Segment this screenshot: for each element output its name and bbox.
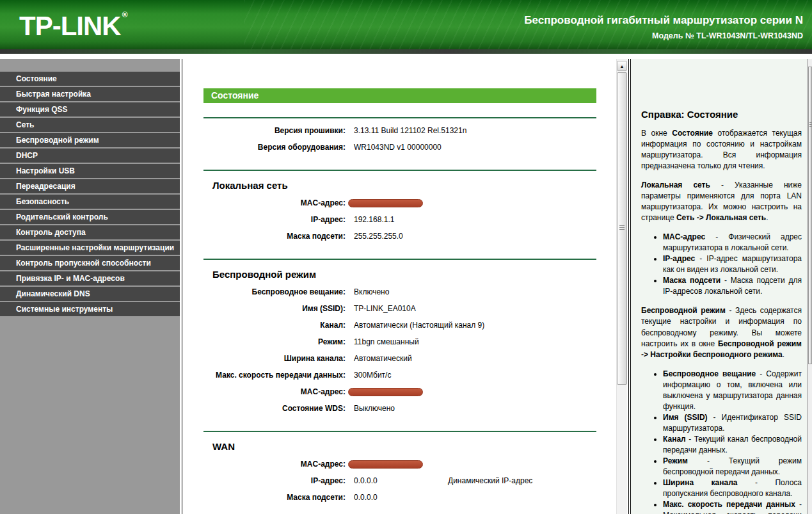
page-body: СостояниеБыстрая настройкаФункция QSSСет… [0,59,812,514]
status-row: Имя (SSID):TP-LINK_EA010A [203,300,596,317]
sidebar-item[interactable]: Быстрая настройка [0,87,180,101]
status-row: Маска подсети:255.255.255.0 [203,228,596,245]
scrollbar-up-button[interactable]: ▲ [617,61,627,71]
row-label: Макс. скорость передачи данных: [203,371,346,380]
sidebar-top-band [0,59,180,72]
row-label: Версия оборудования: [203,143,346,152]
help-bullet: Маска подсети - Маска подсети для IP-адр… [663,275,802,297]
row-value: 3.13.11 Build 121102 Rel.51321n [354,126,466,135]
row-value: TP-LINK_EA010A [354,304,448,313]
sidebar-item-label: Контроль доступа [16,228,86,237]
sidebar-item-label: Безопасность [16,197,69,206]
sidebar-item[interactable]: Динамический DNS [0,287,180,301]
section-separator [203,431,596,432]
main-area: Состояние Версия прошивки:3.13.11 Build … [182,59,629,514]
sidebar-item-label: Родительский контроль [16,213,108,221]
row-label: Состояние WDS: [203,404,346,413]
sidebar-item[interactable]: Привязка IP- и MAC-адресов [0,271,180,285]
row-label: IP-адрес: [203,215,346,224]
help-scrollbar-thumb[interactable] [808,67,812,364]
redacted-mac-bar [348,199,423,207]
header-product-info: Беспроводной гигабитный маршрутизатор се… [524,14,803,40]
up-arrow-icon: ▲ [620,64,625,68]
help-bullet-term: Канал [663,435,686,444]
row-label: Канал: [203,321,346,330]
help-title: Справка: Состояние [641,109,802,120]
row-value: 255.255.255.0 [354,232,448,241]
row-value: 0.0.0.0 [354,476,448,485]
help-bullet: Имя (SSID) - Идентификатор SSID маршрути… [663,412,802,434]
help-panel: Справка: Состояние В окне Состояние отоб… [630,59,812,514]
status-row: Канал:Автоматически (Настоящий канал 9) [203,317,596,333]
sidebar-item-label: Системные инструменты [16,305,113,314]
row-label: Маска подсети: [203,232,346,241]
status-section: Локальная сетьMAC-адрес:IP-адрес:192.168… [203,170,596,245]
section-heading: Локальная сеть [212,180,596,191]
section-rows: Версия прошивки:3.13.11 Build 121102 Rel… [203,122,596,156]
section-heading: WAN [212,441,596,452]
sidebar-item-label: Переадресация [16,182,76,191]
model-line: Модель № TL-WR1043N/TL-WR1043ND [524,31,803,40]
sidebar-item[interactable]: Безопасность [0,195,180,209]
status-row: Состояние WDS:Выключено [203,400,596,417]
row-value: Выключено [354,404,448,413]
help-wireless-paragraph: Беспроводной режим - Здесь содержатся те… [641,305,802,360]
section-separator [203,170,596,171]
row-value: 0.0.0.0 [354,493,448,502]
section-heading: Беспроводной режим [212,269,596,280]
sidebar-item-label: Настройки USB [16,166,75,175]
row-label: IP-адрес: [203,476,346,485]
row-label: Ширина канала: [203,354,346,363]
sidebar-item[interactable]: Настройки USB [0,164,180,178]
header-bottom-band [0,49,812,54]
page-title: Состояние [203,88,596,103]
status-row: Режим:11bgn смешанный [203,333,596,350]
row-value: 192.168.1.1 [354,215,448,224]
help-bullet-term: IP-адрес [663,254,695,263]
sidebar-item[interactable]: Контроль доступа [0,225,180,239]
sidebar-item-label: Состояние [16,74,57,83]
sidebar-item-label: Беспроводной режим [16,136,99,145]
status-section: WANMAC-адрес:IP-адрес:0.0.0.0Динамически… [203,431,596,506]
help-bullet-term: Ширина канала [663,478,737,487]
help-intro-term: Состояние [672,129,713,138]
sidebar-item[interactable]: Функция QSS [0,102,180,116]
status-row: MAC-адрес: [203,456,596,472]
row-label: Режим: [203,337,346,346]
sidebar-item[interactable]: DHCP [0,149,180,163]
sidebar-item[interactable]: Родительский контроль [0,210,180,224]
section-rows: Беспроводное вещание:ВключеноИмя (SSID):… [203,284,596,417]
sidebar-item-label: Динамический DNS [16,289,90,298]
section-rows: MAC-адрес:IP-адрес:0.0.0.0Динамический I… [203,456,596,506]
status-row: IP-адрес:192.168.1.1 [203,211,596,228]
help-bullet: Макс. скорость передачи данных - Максима… [663,499,802,514]
registered-mark-icon: ® [122,10,127,19]
sidebar-item[interactable]: Беспроводной режим [0,133,180,147]
status-row: MAC-адрес: [203,383,596,400]
status-row: Ширина канала:Автоматический [203,350,596,367]
status-sections: Версия прошивки:3.13.11 Build 121102 Rel… [203,117,596,506]
sidebar-item[interactable]: Системные инструменты [0,302,180,316]
section-rows: MAC-адрес:IP-адрес:192.168.1.1Маска подс… [203,195,596,245]
sidebar-item[interactable]: Переадресация [0,179,180,193]
help-scrollbar[interactable] [807,59,812,514]
row-label: Беспроводное вещание: [203,287,346,296]
sidebar-item[interactable]: Контроль пропускной способности [0,256,180,270]
status-row: Версия прошивки:3.13.11 Build 121102 Rel… [203,122,596,139]
scrollbar-thumb[interactable] [617,72,627,385]
app-header: TP-LINK® Беспроводной гигабитный маршрут… [0,0,812,49]
help-bullet-term: Режим [663,456,688,465]
sidebar-item-label: Функция QSS [16,105,68,114]
status-row: Беспроводное вещание:Включено [203,284,596,300]
help-lan-paragraph: Локальная сеть - Указанные ниже параметр… [641,180,802,223]
help-wireless-post: . [783,350,784,359]
header-gap [0,54,812,59]
sidebar-item[interactable]: Сеть [0,118,180,132]
sidebar-item-label: Привязка IP- и MAC-адресов [16,274,125,283]
sidebar-item[interactable]: Расширенные настройки маршрутизации [0,241,180,255]
sidebar-item[interactable]: Состояние [0,72,180,86]
main-scrollbar[interactable]: ▲ [616,59,627,514]
help-wireless-term: Беспроводной режим [641,306,726,315]
help-bullet: Ширина канала - Полоса пропускания беспр… [663,478,802,499]
row-label: MAC-адрес: [203,460,346,469]
